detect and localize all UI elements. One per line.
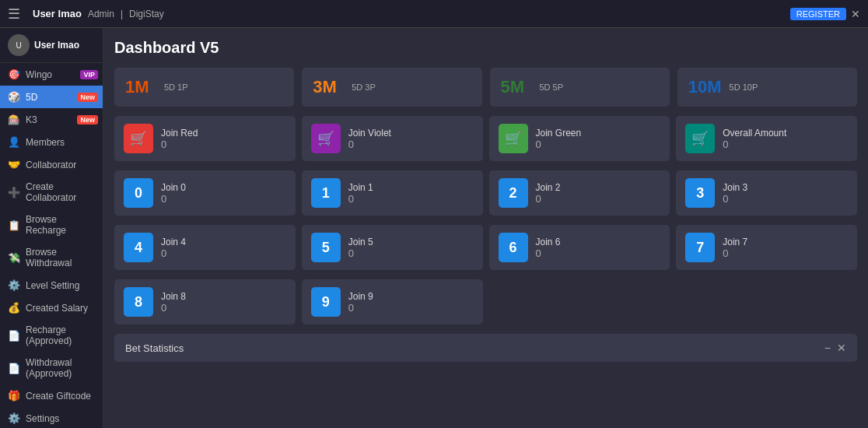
join-green-name: Join Green <box>536 128 582 139</box>
sidebar-item-collaborator[interactable]: 🤝 Collaborator <box>0 153 103 176</box>
topbar-close-icon[interactable]: ✕ <box>851 8 860 20</box>
stat-card-5m: 5M 5D 5P <box>490 68 670 107</box>
join-red-details: Join Red 0 <box>161 128 198 150</box>
sidebar-item-settings[interactable]: ⚙️ Settings <box>0 407 103 428</box>
create-giftcode-icon: 🎁 <box>8 390 20 402</box>
stat-sub-3m: 5D 3P <box>352 82 376 92</box>
num-box-6: 6 <box>499 233 528 262</box>
num-details-2: Join 2 0 <box>536 182 561 205</box>
num-val-3: 0 <box>723 193 747 205</box>
sidebar-item-browse-recharge[interactable]: 📋 Browse Recharge <box>0 209 103 241</box>
level-setting-icon: ⚙️ <box>8 279 20 291</box>
sidebar-label-5d: 5D <box>26 92 37 103</box>
sidebar-item-members[interactable]: 👤 Members <box>0 131 103 153</box>
empty-slot-1 <box>489 279 670 325</box>
num-box-1: 1 <box>311 178 341 208</box>
browse-recharge-icon: 📋 <box>8 219 20 231</box>
num-details-3: Join 3 0 <box>723 182 747 205</box>
members-icon: 👤 <box>8 136 20 148</box>
join-card-green: 🛒 Join Green 0 <box>489 116 670 161</box>
num-card-3: 3 Join 3 0 <box>676 170 857 216</box>
collaborator-icon: 🤝 <box>8 159 20 170</box>
layout: U User Imao 🎯 Wingo VIP 🎲 5D New 🎰 K3 Ne… <box>0 28 868 428</box>
sidebar-item-5d[interactable]: 🎲 5D New <box>0 86 103 108</box>
topbar-left: ☰ User Imao Admin | DigiStay <box>8 5 164 23</box>
num-card-7: 7 Join 7 0 <box>676 225 857 270</box>
topbar: ☰ User Imao Admin | DigiStay REGISTER ✕ <box>0 0 868 28</box>
bet-statistics-controls: − ✕ <box>824 342 846 354</box>
num-name-0: Join 0 <box>161 182 186 193</box>
num-name-7: Join 7 <box>723 237 747 247</box>
num-val-2: 0 <box>536 193 561 205</box>
num-val-0: 0 <box>161 193 186 205</box>
num-details-0: Join 0 0 <box>161 182 186 205</box>
num-val-5: 0 <box>348 247 373 259</box>
num-card-0: 0 Join 0 0 <box>114 170 296 216</box>
num-details-9: Join 9 0 <box>348 291 373 314</box>
sidebar-label-create-collaborator: Create Collaborator <box>26 181 95 203</box>
num-row-2: 8 Join 8 0 9 Join 9 0 <box>114 279 857 325</box>
num-details-5: Join 5 0 <box>348 237 373 259</box>
join-cards: 🛒 Join Red 0 🛒 Join Violet 0 🛒 Join Gree… <box>114 116 857 161</box>
num-box-9: 9 <box>311 287 341 317</box>
join-violet-name: Join Violet <box>348 128 391 139</box>
wingo-badge: VIP <box>80 70 98 79</box>
stat-label-10m: 10M <box>688 77 722 97</box>
stat-sub-5m: 5D 5P <box>540 82 564 92</box>
sidebar-item-level-setting[interactable]: ⚙️ Level Setting <box>0 274 103 296</box>
join-violet-icon-box: 🛒 <box>311 124 341 153</box>
stat-card-3m: 3M 5D 3P <box>302 68 481 107</box>
join-red-val: 0 <box>161 139 198 150</box>
num-val-6: 0 <box>536 247 561 259</box>
sidebar-item-k3[interactable]: 🎰 K3 New <box>0 108 103 131</box>
join-violet-details: Join Violet 0 <box>348 128 391 150</box>
sidebar-label-level-setting: Level Setting <box>26 280 79 291</box>
browse-withdrawal-icon: 💸 <box>8 252 20 264</box>
empty-slot-2 <box>676 279 857 325</box>
num-card-4: 4 Join 4 0 <box>114 225 296 270</box>
join-overall-name: Overall Amount <box>723 128 786 139</box>
register-button[interactable]: REGISTER <box>790 8 846 20</box>
num-row-1: 4 Join 4 0 5 Join 5 0 6 Join 6 0 <box>114 225 857 270</box>
join-card-red: 🛒 Join Red 0 <box>114 116 296 161</box>
topbar-admin: Admin <box>88 9 114 19</box>
sidebar-item-recharge-approved[interactable]: 📄 Recharge (Approved) <box>0 319 103 352</box>
user-info: User Imao <box>34 40 79 51</box>
bet-minimize-button[interactable]: − <box>824 342 831 354</box>
join-green-icon-box: 🛒 <box>499 124 528 153</box>
sidebar-item-create-collaborator[interactable]: ➕ Create Collaborator <box>0 176 103 209</box>
join-overall-details: Overall Amount 0 <box>723 128 786 150</box>
sidebar-item-browse-withdrawal[interactable]: 💸 Browse Withdrawal <box>0 241 103 274</box>
num-card-5: 5 Join 5 0 <box>302 225 483 270</box>
sidebar-item-created-salary[interactable]: 💰 Created Salary <box>0 296 103 319</box>
topbar-separator: | <box>121 9 123 19</box>
sidebar-item-withdrawal-approved[interactable]: 📄 Withdrawal (Approved) <box>0 352 103 384</box>
num-card-2: 2 Join 2 0 <box>489 170 670 216</box>
topbar-logo: User Imao <box>33 8 82 19</box>
num-card-8: 8 Join 8 0 <box>114 279 296 325</box>
sidebar-label-members: Members <box>26 137 65 148</box>
sidebar-label-wingo: Wingo <box>26 69 52 80</box>
num-name-9: Join 9 <box>348 291 373 302</box>
num-details-6: Join 6 0 <box>536 237 561 259</box>
sidebar-label-recharge-approved: Recharge (Approved) <box>26 325 95 346</box>
hamburger-icon[interactable]: ☰ <box>8 5 20 23</box>
num-box-7: 7 <box>685 233 715 262</box>
num-val-1: 0 <box>348 193 373 205</box>
stat-card-10m: 10M 5D 10P <box>677 68 857 107</box>
num-val-8: 0 <box>161 302 186 314</box>
num-val-9: 0 <box>348 302 373 314</box>
avatar: U <box>8 34 30 56</box>
bet-close-button[interactable]: ✕ <box>837 342 846 354</box>
sidebar-item-wingo[interactable]: 🎯 Wingo VIP <box>0 63 103 86</box>
num-val-7: 0 <box>723 247 747 259</box>
num-name-4: Join 4 <box>161 237 186 247</box>
stat-label-5m: 5M <box>501 77 532 97</box>
k3-icon: 🎰 <box>8 114 20 125</box>
wingo-icon: 🎯 <box>8 68 20 80</box>
sidebar-item-create-giftcode[interactable]: 🎁 Create Giftcode <box>0 384 103 407</box>
sidebar-label-withdrawal-approved: Withdrawal (Approved) <box>26 357 95 379</box>
num-box-0: 0 <box>124 178 153 208</box>
num-val-4: 0 <box>161 247 186 259</box>
num-box-8: 8 <box>124 287 153 317</box>
